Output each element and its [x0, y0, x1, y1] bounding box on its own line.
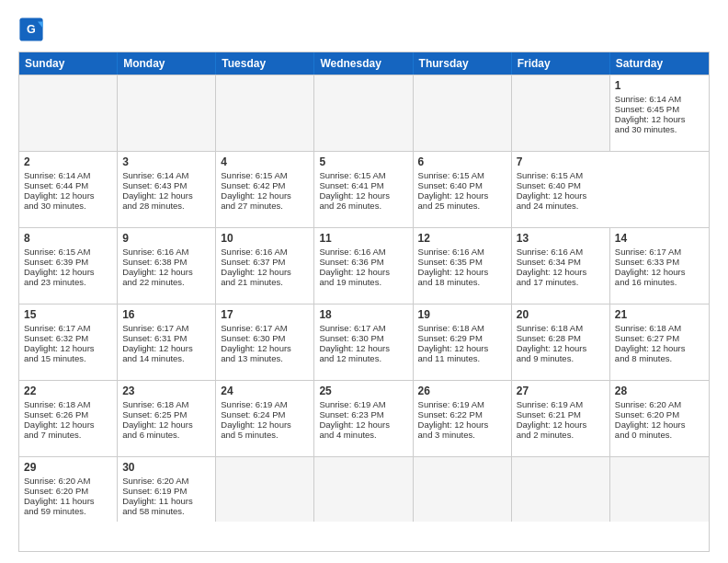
calendar-cell: 8Sunrise: 6:15 AMSunset: 6:39 PMDaylight… [19, 228, 118, 304]
empty-cell [414, 75, 512, 151]
calendar-cell: 1Sunrise: 6:14 AMSunset: 6:45 PMDaylight… [610, 75, 709, 151]
empty-cell [19, 75, 118, 151]
day-number: 28 [615, 385, 704, 397]
weekday-header: Wednesday [314, 52, 413, 75]
calendar-cell: 17Sunrise: 6:17 AMSunset: 6:30 PMDayligh… [216, 304, 314, 380]
day-number: 18 [319, 308, 407, 321]
calendar-cell [512, 457, 610, 522]
calendar-cell: 18Sunrise: 6:17 AMSunset: 6:30 PMDayligh… [314, 304, 413, 380]
day-number: 30 [122, 461, 210, 474]
calendar-cell: 26Sunrise: 6:19 AMSunset: 6:22 PMDayligh… [414, 381, 512, 456]
calendar-cell: 6Sunrise: 6:15 AMSunset: 6:40 PMDaylight… [414, 152, 512, 227]
day-number: 13 [517, 232, 605, 245]
day-number: 6 [418, 155, 506, 168]
day-number: 26 [418, 385, 506, 397]
day-number: 12 [418, 232, 506, 245]
day-number: 17 [221, 308, 309, 321]
day-number: 4 [221, 155, 309, 168]
calendar-cell: 3Sunrise: 6:14 AMSunset: 6:43 PMDaylight… [118, 152, 216, 227]
calendar-body: 1Sunrise: 6:14 AMSunset: 6:45 PMDaylight… [19, 75, 709, 522]
calendar-cell: 7Sunrise: 6:15 AMSunset: 6:40 PMDaylight… [512, 152, 610, 227]
calendar-cell: 12Sunrise: 6:16 AMSunset: 6:35 PMDayligh… [414, 228, 512, 304]
logo: G [18, 17, 46, 42]
calendar-cell: 15Sunrise: 6:17 AMSunset: 6:32 PMDayligh… [19, 304, 118, 380]
svg-text:G: G [27, 23, 36, 36]
calendar-cell: 23Sunrise: 6:18 AMSunset: 6:25 PMDayligh… [118, 381, 216, 456]
day-number: 22 [24, 385, 112, 397]
calendar-row: 29Sunrise: 6:20 AMSunset: 6:20 PMDayligh… [19, 456, 709, 522]
weekday-header: Monday [118, 52, 216, 75]
calendar-cell: 4Sunrise: 6:15 AMSunset: 6:42 PMDaylight… [216, 152, 314, 227]
calendar-cell: 13Sunrise: 6:16 AMSunset: 6:34 PMDayligh… [512, 228, 610, 304]
weekday-header: Friday [512, 52, 610, 75]
calendar-cell: 9Sunrise: 6:16 AMSunset: 6:38 PMDaylight… [118, 228, 216, 304]
calendar: SundayMondayTuesdayWednesdayThursdayFrid… [18, 52, 710, 552]
header: G [18, 17, 710, 42]
weekday-header: Saturday [610, 52, 709, 75]
empty-cell [512, 75, 610, 151]
calendar-cell: 21Sunrise: 6:18 AMSunset: 6:27 PMDayligh… [610, 304, 709, 380]
day-number: 11 [319, 232, 407, 245]
page: G SundayMondayTuesdayWednesdayThursdayFr… [0, 0, 728, 563]
day-number: 3 [122, 155, 210, 168]
day-number: 24 [221, 385, 309, 397]
day-number: 5 [319, 155, 407, 168]
day-number: 9 [122, 232, 210, 245]
day-number: 20 [517, 308, 605, 321]
calendar-cell: 5Sunrise: 6:15 AMSunset: 6:41 PMDaylight… [314, 152, 413, 227]
day-number: 2 [24, 155, 112, 168]
calendar-row: 2Sunrise: 6:14 AMSunset: 6:44 PMDaylight… [19, 151, 709, 227]
empty-cell [314, 75, 413, 151]
weekday-header: Tuesday [216, 52, 314, 75]
calendar-row: 1Sunrise: 6:14 AMSunset: 6:45 PMDaylight… [19, 75, 709, 151]
calendar-row: 22Sunrise: 6:18 AMSunset: 6:26 PMDayligh… [19, 380, 709, 456]
calendar-header: SundayMondayTuesdayWednesdayThursdayFrid… [19, 52, 709, 75]
calendar-cell: 20Sunrise: 6:18 AMSunset: 6:28 PMDayligh… [512, 304, 610, 380]
calendar-row: 8Sunrise: 6:15 AMSunset: 6:39 PMDaylight… [19, 227, 709, 304]
day-number: 29 [24, 461, 112, 474]
calendar-cell: 22Sunrise: 6:18 AMSunset: 6:26 PMDayligh… [19, 381, 118, 456]
empty-cell [216, 75, 314, 151]
calendar-cell: 19Sunrise: 6:18 AMSunset: 6:29 PMDayligh… [414, 304, 512, 380]
calendar-cell: 14Sunrise: 6:17 AMSunset: 6:33 PMDayligh… [610, 228, 709, 304]
day-number: 16 [122, 308, 210, 321]
calendar-cell [216, 457, 314, 522]
day-number: 10 [221, 232, 309, 245]
day-number: 19 [418, 308, 506, 321]
day-number: 23 [122, 385, 210, 397]
day-number: 21 [615, 308, 704, 321]
calendar-cell [610, 457, 709, 522]
calendar-cell: 30Sunrise: 6:20 AMSunset: 6:19 PMDayligh… [118, 457, 216, 522]
calendar-cell [414, 457, 512, 522]
calendar-cell: 29Sunrise: 6:20 AMSunset: 6:20 PMDayligh… [19, 457, 118, 522]
calendar-cell: 16Sunrise: 6:17 AMSunset: 6:31 PMDayligh… [118, 304, 216, 380]
calendar-row: 15Sunrise: 6:17 AMSunset: 6:32 PMDayligh… [19, 304, 709, 380]
calendar-cell: 2Sunrise: 6:14 AMSunset: 6:44 PMDaylight… [19, 152, 118, 227]
day-number: 8 [24, 232, 112, 245]
day-number: 15 [24, 308, 112, 321]
calendar-cell: 27Sunrise: 6:19 AMSunset: 6:21 PMDayligh… [512, 381, 610, 456]
logo-icon: G [18, 17, 44, 42]
empty-cell [118, 75, 216, 151]
calendar-cell: 28Sunrise: 6:20 AMSunset: 6:20 PMDayligh… [610, 381, 709, 456]
calendar-cell: 10Sunrise: 6:16 AMSunset: 6:37 PMDayligh… [216, 228, 314, 304]
day-number: 14 [615, 232, 704, 245]
day-number: 25 [319, 385, 407, 397]
calendar-cell [314, 457, 413, 522]
day-number: 1 [615, 79, 704, 92]
day-number: 27 [517, 385, 605, 397]
day-number: 7 [517, 155, 606, 168]
calendar-cell: 24Sunrise: 6:19 AMSunset: 6:24 PMDayligh… [216, 381, 314, 456]
calendar-cell: 11Sunrise: 6:16 AMSunset: 6:36 PMDayligh… [314, 228, 413, 304]
weekday-header: Thursday [414, 52, 512, 75]
weekday-header: Sunday [19, 52, 118, 75]
calendar-cell: 25Sunrise: 6:19 AMSunset: 6:23 PMDayligh… [314, 381, 413, 456]
